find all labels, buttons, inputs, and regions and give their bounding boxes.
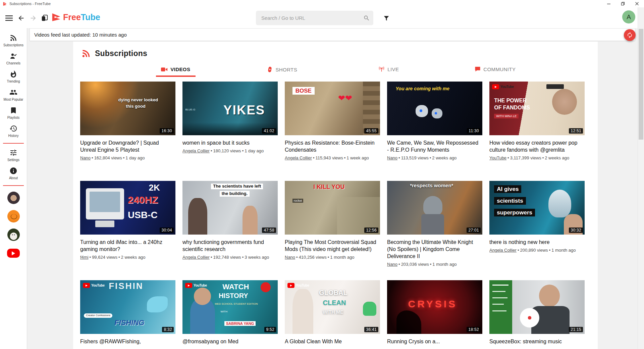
video-title[interactable]: How video essay creators power pop cultu… (489, 139, 583, 153)
sidebar-item-history[interactable]: History (0, 122, 27, 140)
hamburger-menu-button[interactable] (4, 13, 14, 23)
video-thumbnail[interactable]: 2K240HZUSB-C30:04 (80, 181, 175, 235)
channel-link[interactable]: Angela Collier (489, 248, 517, 253)
video-age: 1 month ago (432, 262, 457, 267)
video-age: 2 weeks ago (432, 155, 457, 160)
video-title[interactable]: why functioning governments fund scienti… (182, 239, 276, 253)
video-thumbnail[interactable]: 21:15 (489, 280, 585, 334)
video-title[interactable]: Upgrade or Downgrade? | Squad Unreal Eng… (80, 139, 174, 153)
sidebar-item-playlists[interactable]: Playlists (0, 104, 27, 122)
video-thumbnail[interactable]: FISHINCreator ConfessionsFISHINGYouTube8… (80, 280, 175, 334)
video-card: *respects women*27:01Becoming the Ultima… (387, 181, 482, 271)
channel-link[interactable]: Nano (285, 255, 295, 260)
minimize-icon (607, 2, 611, 6)
thumbnail-overlay-text: WITH ME (323, 310, 343, 315)
video-thumbnail[interactable]: WATCHHISTORYMED SCHOOL STUDENT EDITIONWI… (182, 280, 278, 334)
filter-button[interactable] (381, 13, 392, 23)
video-views: 113,519 views (401, 155, 429, 160)
thumbnail-overlay-text: OF FANDOMS (494, 105, 530, 111)
channel-link[interactable]: Angela Collier (285, 155, 312, 160)
person-photo-avatar[interactable] (7, 192, 20, 204)
orange-cartoon-avatar[interactable] (7, 210, 20, 222)
restore-button[interactable] (616, 0, 630, 7)
video-thumbnail[interactable]: You are coming with me11:30 (387, 82, 482, 135)
meta-separator: • (398, 262, 400, 267)
video-thumbnail[interactable]: dying never lookedthis good16:30 (80, 82, 175, 135)
refresh-icon (627, 32, 633, 38)
channel-link[interactable]: f4mi (80, 255, 89, 260)
video-thumbnail[interactable]: CRYSIS18:52 (387, 280, 482, 334)
video-title[interactable]: Fishers @RAWWFishing, (80, 338, 174, 345)
video-title[interactable]: Running Crysis on a... (387, 338, 481, 345)
channel-link[interactable]: YouTube (489, 155, 506, 160)
video-thumbnail[interactable]: I KILL YOUrocket12:56 (285, 181, 380, 235)
video-title[interactable]: Turning an old iMac into... a 240hz gami… (80, 239, 174, 253)
profile-avatar[interactable]: A (622, 10, 635, 23)
channel-link[interactable]: Nano (387, 155, 397, 160)
channel-link[interactable]: Angela Collier (182, 255, 210, 260)
tab-videos[interactable]: VIDEOS (122, 66, 229, 77)
sidebar-item-channels[interactable]: Channels (0, 50, 27, 68)
dark-cartoon-avatar[interactable] (7, 229, 20, 241)
video-title[interactable]: A Global Clean With Me (285, 338, 379, 345)
video-views: 180,120 views (213, 148, 241, 153)
thumbnail-overlay-text: BOSE (292, 87, 315, 95)
video-thumbnail[interactable]: The scientists have leftthe building.47:… (182, 181, 278, 235)
sidebar-item-trending[interactable]: Trending (0, 68, 27, 86)
video-card: BOSE❤❤45:55Physics as Resistance: Bose-E… (285, 82, 380, 172)
freetube-logo[interactable]: FreeTube (51, 12, 100, 22)
sidebar-item-subscriptions[interactable]: Subscriptions (0, 32, 27, 50)
thumbnail-art-shape (539, 285, 560, 307)
meta-separator: • (398, 155, 400, 160)
video-title[interactable]: Playing The Most Controversial Squad Mod… (285, 239, 379, 253)
community-tab-icon (475, 66, 481, 72)
video-title[interactable]: women in space but it sucks (182, 139, 276, 146)
sidebar-item-label: Settings (7, 158, 19, 162)
refresh-button[interactable] (624, 29, 636, 41)
thumbnail-overlay-text: The scientists have left (211, 184, 263, 189)
youtube-logo-avatar[interactable] (7, 249, 20, 258)
video-thumbnail[interactable]: *respects women*27:01 (387, 181, 482, 235)
content-panel: Subscriptions VIDEOSSHORTSLIVECOMMUNITY … (73, 42, 598, 349)
video-thumbnail[interactable]: BLUE-GYIKES41:02 (182, 82, 278, 135)
channel-link[interactable]: Nano (387, 262, 397, 267)
video-thumbnail[interactable]: THE POWEROF FANDOMSWITH MINA LEYouTube12… (489, 82, 585, 135)
video-thumbnail[interactable]: GLOBALCLEANWITH MEYouTube36:41 (285, 280, 380, 334)
meta-separator: • (507, 155, 509, 160)
duration-badge: 21:15 (569, 327, 583, 332)
sidebar-item-settings[interactable]: Settings (0, 146, 27, 164)
channel-link[interactable]: Nano (80, 155, 91, 160)
window-titlebar: Subscriptions - FreeTube (0, 0, 644, 7)
video-title[interactable]: We Came, We Saw, We Repossessed - R.E.P.… (387, 139, 481, 153)
tab-community[interactable]: COMMUNITY (442, 66, 549, 77)
thumbnail-overlay-text: GLOBAL (319, 289, 347, 296)
video-title[interactable]: Becoming the Ultimate White Knight (No S… (387, 239, 481, 260)
video-title[interactable]: there is nothing new here (489, 239, 583, 246)
search-button[interactable] (360, 11, 373, 25)
minimize-button[interactable] (602, 0, 616, 7)
tab-shorts[interactable]: SHORTS (229, 66, 336, 77)
video-meta: YouTube•3,117,399 views•2 weeks ago (489, 155, 585, 161)
sidebar-item-most-popular[interactable]: Most Popular (0, 86, 27, 104)
back-button[interactable] (16, 13, 26, 23)
video-title[interactable]: SqueezeBox: streaming music (489, 338, 583, 345)
video-title[interactable]: Physics as Resistance: Bose-Einstein Con… (285, 139, 379, 153)
search-input[interactable] (256, 15, 360, 21)
new-window-button[interactable] (40, 13, 50, 23)
thumbnail-art-shape (492, 297, 507, 298)
video-title[interactable]: @fromsabyang on Med (182, 338, 276, 345)
video-thumbnail[interactable]: AI givesscientistssuperpowers30:32 (489, 181, 585, 235)
person-check-icon (9, 52, 17, 60)
tab-bar: VIDEOSSHORTSLIVECOMMUNITY (122, 66, 548, 77)
scrollbar-thumb[interactable] (639, 29, 643, 140)
forward-button[interactable] (28, 13, 38, 23)
video-thumbnail[interactable]: BOSE❤❤45:55 (285, 82, 380, 135)
close-button[interactable] (630, 0, 644, 7)
channel-link[interactable]: Angela Collier (182, 148, 210, 153)
video-views: 3,117,399 views (510, 155, 541, 160)
tab-live[interactable]: LIVE (335, 66, 442, 77)
close-icon (635, 2, 639, 6)
video-age: 1 week ago (346, 155, 369, 160)
scrollbar[interactable] (638, 7, 644, 349)
sidebar-item-about[interactable]: About (0, 164, 27, 183)
